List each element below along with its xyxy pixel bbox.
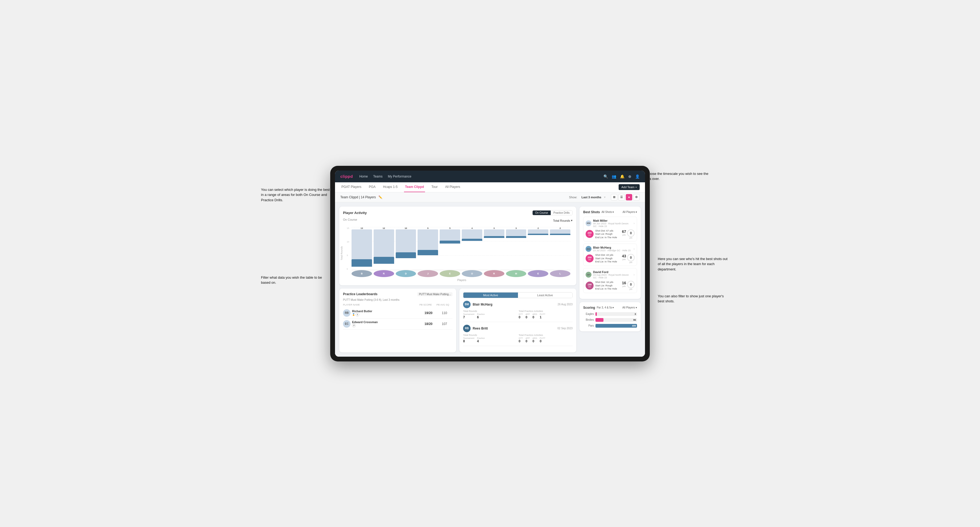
apc-header-0: BM Blair McHarg 26 Aug 2023 — [463, 301, 573, 308]
shot-card-0[interactable]: MM Matt Miller 09 Jun 2023 · Royal North… — [583, 217, 637, 242]
shot-player-info-0: Matt Miller 09 Jun 2023 · Royal North De… — [593, 219, 632, 227]
bar-group-5: 4 — [462, 227, 482, 270]
shot-player-name-0: Matt Miller — [593, 219, 632, 222]
lb-player-name-0: Richard Butler — [352, 310, 372, 313]
card-header-activity: Player Activity On Course Practice Drill… — [343, 210, 573, 215]
bar-highlight-2 — [396, 252, 416, 258]
activity-tabs: On Course Practice Drills — [532, 210, 573, 215]
scoring-label-eagles: Eagles — [583, 313, 594, 316]
list-view-btn[interactable]: ☰ — [618, 194, 625, 200]
edit-icon[interactable]: ✏️ — [379, 195, 382, 199]
section-on-course: On Course — [343, 218, 357, 221]
rank-circle-0: 1 — [355, 313, 359, 316]
tab-practice-drills[interactable]: Practice Drills — [551, 211, 572, 215]
main-content: Player Activity On Course Practice Drill… — [335, 202, 645, 357]
scoring-label-birdies: Birdies — [583, 318, 594, 321]
lb-player-info-0: Richard Butler 🏅 1 — [352, 310, 372, 316]
scoring-val-pars: 499 — [632, 324, 636, 327]
apc-name-1: Rees Britt — [473, 327, 488, 330]
lb-subtitle: PUTT Must Make Putting (3-6 ft), Last 3 … — [343, 298, 452, 301]
annotation-filter: Filter what data you wish the table to b… — [261, 275, 322, 285]
grid-view-btn[interactable]: ⊞ — [611, 194, 617, 200]
scoring-bar-bg-pars: 499 — [595, 324, 637, 328]
bar-8 — [528, 229, 548, 235]
scoring-row-birdies: Birdies 96 — [583, 318, 637, 322]
shot-metrics-1: 43 yds 0 yds — [622, 254, 635, 263]
apc-app-val-1: 0 — [526, 339, 530, 343]
scoring-val-eagles: 3 — [635, 313, 636, 316]
y-label-5: 5 — [347, 254, 351, 257]
bar-highlight-3 — [418, 250, 438, 255]
lb-player-0[interactable]: RB Richard Butler 🏅 1 — [343, 309, 420, 317]
add-team-button[interactable]: Add Team + — [619, 184, 640, 190]
heart-view-btn[interactable]: ♥ — [626, 194, 632, 200]
annotation-timescale: Choose the timescale you wish to see the… — [644, 171, 714, 181]
shot-info-text-0: Shot Dist: 67 ydsStart Lie: RoughEnd Lie… — [595, 229, 620, 239]
par-filter-chevron-icon: ▾ — [612, 306, 614, 309]
apc-gtt-label-0: GTT — [519, 313, 523, 316]
bar-highlight-9 — [550, 234, 570, 235]
tab-team-clippd[interactable]: Team Clippd — [404, 182, 425, 192]
shot-player-row-2: DF David Ford 24 Aug 2023 · Royal North … — [585, 270, 635, 279]
shot-details-2: 198 SG Shot Dist: 16 ydsStart Lie: Rough… — [585, 281, 635, 290]
bar-val-6: 3 — [493, 227, 495, 229]
lb-player-1[interactable]: EC Edward Crossman 2 — [343, 320, 420, 328]
shot-player-info-1: Blair McHarg 23 Jul 2023 · Aldridge GC ·… — [593, 246, 632, 252]
apc-tournament-label-1: Tournament — [463, 337, 474, 339]
apc-practice-val-1: 4 — [477, 339, 485, 343]
total-rounds-dropdown[interactable]: Total Rounds ▾ — [553, 219, 573, 222]
all-players-filter[interactable]: All Players ▾ — [623, 211, 637, 213]
avatars-row: B R D J E O R M E L — [352, 270, 570, 277]
apc-app-0: APP 0 — [526, 313, 530, 319]
tab-pga[interactable]: PGA — [368, 182, 377, 192]
practice-leaderboards-card: Practice Leaderboards PUTT Must Make Put… — [339, 289, 456, 352]
add-icon[interactable]: ⊕ — [628, 174, 632, 179]
scoring-card: Scoring Par 3, 4 & 5s ▾ All Players ▾ Ea… — [579, 302, 641, 332]
nav-link-performance[interactable]: My Performance — [388, 175, 412, 178]
apc-date-0: 26 Aug 2023 — [558, 303, 573, 306]
apc-tournament-val-1: 8 — [463, 339, 474, 343]
bar-val-3: 9 — [428, 227, 428, 229]
tab-all-players[interactable]: All Players — [444, 182, 461, 192]
nav-link-teams[interactable]: Teams — [373, 175, 382, 178]
nav-link-home[interactable]: Home — [359, 175, 368, 178]
scoring-players-filter[interactable]: All Players ▾ — [622, 306, 637, 309]
shot-metric-dist-2: 16 yds — [622, 281, 626, 290]
avatar-8: E — [528, 270, 548, 277]
lb-score-1: 18/20 — [420, 322, 436, 326]
apc-rounds-cols-1: Tournament 8 Practice 4 — [463, 337, 517, 343]
tab-on-course[interactable]: On Course — [533, 211, 551, 215]
show-dropdown[interactable]: Last 3 months — [581, 195, 601, 199]
search-icon[interactable]: 🔍 — [603, 174, 608, 179]
bell-icon[interactable]: 🔔 — [620, 174, 625, 179]
people-icon[interactable]: 👥 — [612, 174, 616, 179]
par-filter[interactable]: Par 3, 4 & 5s ▾ — [597, 306, 614, 309]
apc-gtt-val-0: 0 — [519, 316, 523, 319]
settings-view-btn[interactable]: ⚙ — [633, 194, 640, 200]
all-shots-filter[interactable]: All Shots ▾ — [601, 211, 614, 213]
tab-most-active[interactable]: Most Active — [463, 292, 518, 298]
bar-9 — [550, 229, 570, 235]
tab-hcaps[interactable]: Hcaps 1-5 — [382, 182, 399, 192]
apc-arg-val-0: 0 — [533, 316, 537, 319]
shot-card-1[interactable]: BM Blair McHarg 23 Jul 2023 · Aldridge G… — [583, 243, 637, 266]
apc-rounds-label-1: Total Rounds — [463, 334, 517, 337]
shot-badge-1: 200 SG — [585, 254, 593, 262]
tab-pgat[interactable]: PGAT Players — [340, 182, 363, 192]
bar-group-1: 12 — [374, 227, 394, 270]
tab-least-active[interactable]: Least Active — [518, 292, 573, 298]
bar-7 — [506, 229, 527, 238]
avatar-icon[interactable]: 👤 — [635, 174, 640, 179]
shot-card-2[interactable]: DF David Ford 24 Aug 2023 · Royal North … — [583, 268, 637, 293]
lb-dropdown[interactable]: PUTT Must Make Putting... — [417, 292, 452, 296]
lb-avatar-1: EC — [343, 320, 350, 328]
shot-meta-1: 23 Jul 2023 · Aldridge GC · Hole 15 — [593, 249, 632, 252]
scoring-bar-fill-birdies — [595, 318, 603, 322]
shot-details-1: 200 SG Shot Dist: 43 ydsStart Lie: Rough… — [585, 253, 635, 264]
bar-highlight-8 — [528, 234, 548, 235]
most-active-card: Most Active Least Active BM Blair McHarg… — [460, 289, 576, 352]
shot-avatar-1: BM — [585, 246, 592, 252]
apc-practice-label-0: Practice — [477, 313, 485, 316]
show-label: Show: — [569, 195, 578, 199]
tab-tour[interactable]: Tour — [430, 182, 439, 192]
